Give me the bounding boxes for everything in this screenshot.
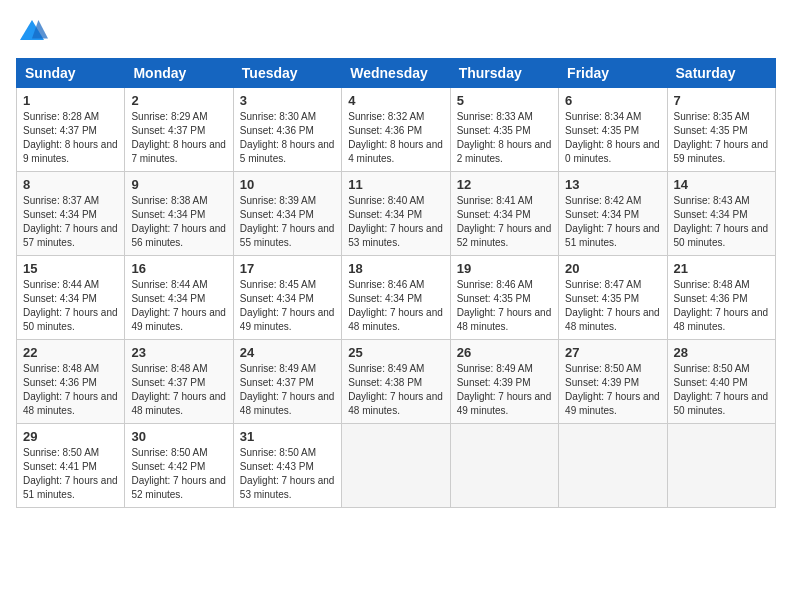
calendar-cell: 28 Sunrise: 8:50 AM Sunset: 4:40 PM Dayl…	[667, 340, 775, 424]
calendar-cell	[450, 424, 558, 508]
calendar-cell: 21 Sunrise: 8:48 AM Sunset: 4:36 PM Dayl…	[667, 256, 775, 340]
calendar-cell: 1 Sunrise: 8:28 AM Sunset: 4:37 PM Dayli…	[17, 88, 125, 172]
logo	[16, 16, 52, 48]
day-info: Sunrise: 8:41 AM Sunset: 4:34 PM Dayligh…	[457, 194, 552, 250]
calendar-cell: 12 Sunrise: 8:41 AM Sunset: 4:34 PM Dayl…	[450, 172, 558, 256]
day-info: Sunrise: 8:35 AM Sunset: 4:35 PM Dayligh…	[674, 110, 769, 166]
day-info: Sunrise: 8:37 AM Sunset: 4:34 PM Dayligh…	[23, 194, 118, 250]
day-info: Sunrise: 8:48 AM Sunset: 4:36 PM Dayligh…	[674, 278, 769, 334]
calendar-cell	[559, 424, 667, 508]
day-info: Sunrise: 8:44 AM Sunset: 4:34 PM Dayligh…	[131, 278, 226, 334]
calendar-cell: 14 Sunrise: 8:43 AM Sunset: 4:34 PM Dayl…	[667, 172, 775, 256]
calendar-cell: 3 Sunrise: 8:30 AM Sunset: 4:36 PM Dayli…	[233, 88, 341, 172]
day-number: 18	[348, 261, 443, 276]
day-info: Sunrise: 8:39 AM Sunset: 4:34 PM Dayligh…	[240, 194, 335, 250]
calendar-cell: 5 Sunrise: 8:33 AM Sunset: 4:35 PM Dayli…	[450, 88, 558, 172]
calendar-cell: 4 Sunrise: 8:32 AM Sunset: 4:36 PM Dayli…	[342, 88, 450, 172]
day-header-sunday: Sunday	[17, 59, 125, 88]
day-info: Sunrise: 8:50 AM Sunset: 4:40 PM Dayligh…	[674, 362, 769, 418]
day-number: 4	[348, 93, 443, 108]
day-info: Sunrise: 8:43 AM Sunset: 4:34 PM Dayligh…	[674, 194, 769, 250]
day-info: Sunrise: 8:50 AM Sunset: 4:39 PM Dayligh…	[565, 362, 660, 418]
calendar-cell: 8 Sunrise: 8:37 AM Sunset: 4:34 PM Dayli…	[17, 172, 125, 256]
calendar-cell: 31 Sunrise: 8:50 AM Sunset: 4:43 PM Dayl…	[233, 424, 341, 508]
day-info: Sunrise: 8:33 AM Sunset: 4:35 PM Dayligh…	[457, 110, 552, 166]
day-number: 15	[23, 261, 118, 276]
day-number: 3	[240, 93, 335, 108]
day-number: 31	[240, 429, 335, 444]
day-info: Sunrise: 8:48 AM Sunset: 4:37 PM Dayligh…	[131, 362, 226, 418]
calendar-cell: 13 Sunrise: 8:42 AM Sunset: 4:34 PM Dayl…	[559, 172, 667, 256]
day-number: 24	[240, 345, 335, 360]
calendar-cell: 10 Sunrise: 8:39 AM Sunset: 4:34 PM Dayl…	[233, 172, 341, 256]
day-number: 5	[457, 93, 552, 108]
calendar-cell: 19 Sunrise: 8:46 AM Sunset: 4:35 PM Dayl…	[450, 256, 558, 340]
day-number: 12	[457, 177, 552, 192]
day-number: 11	[348, 177, 443, 192]
day-header-friday: Friday	[559, 59, 667, 88]
day-info: Sunrise: 8:50 AM Sunset: 4:42 PM Dayligh…	[131, 446, 226, 502]
calendar-cell: 27 Sunrise: 8:50 AM Sunset: 4:39 PM Dayl…	[559, 340, 667, 424]
day-info: Sunrise: 8:49 AM Sunset: 4:39 PM Dayligh…	[457, 362, 552, 418]
day-number: 7	[674, 93, 769, 108]
calendar-cell: 20 Sunrise: 8:47 AM Sunset: 4:35 PM Dayl…	[559, 256, 667, 340]
day-number: 30	[131, 429, 226, 444]
day-header-monday: Monday	[125, 59, 233, 88]
calendar-cell: 17 Sunrise: 8:45 AM Sunset: 4:34 PM Dayl…	[233, 256, 341, 340]
day-number: 6	[565, 93, 660, 108]
calendar-cell: 26 Sunrise: 8:49 AM Sunset: 4:39 PM Dayl…	[450, 340, 558, 424]
day-info: Sunrise: 8:42 AM Sunset: 4:34 PM Dayligh…	[565, 194, 660, 250]
calendar-cell: 2 Sunrise: 8:29 AM Sunset: 4:37 PM Dayli…	[125, 88, 233, 172]
day-info: Sunrise: 8:28 AM Sunset: 4:37 PM Dayligh…	[23, 110, 118, 166]
day-info: Sunrise: 8:49 AM Sunset: 4:38 PM Dayligh…	[348, 362, 443, 418]
day-header-saturday: Saturday	[667, 59, 775, 88]
day-number: 26	[457, 345, 552, 360]
calendar-cell: 29 Sunrise: 8:50 AM Sunset: 4:41 PM Dayl…	[17, 424, 125, 508]
day-number: 28	[674, 345, 769, 360]
calendar-cell: 9 Sunrise: 8:38 AM Sunset: 4:34 PM Dayli…	[125, 172, 233, 256]
day-header-wednesday: Wednesday	[342, 59, 450, 88]
calendar-cell: 6 Sunrise: 8:34 AM Sunset: 4:35 PM Dayli…	[559, 88, 667, 172]
calendar-week-row: 29 Sunrise: 8:50 AM Sunset: 4:41 PM Dayl…	[17, 424, 776, 508]
header	[16, 16, 776, 48]
day-number: 14	[674, 177, 769, 192]
calendar-week-row: 15 Sunrise: 8:44 AM Sunset: 4:34 PM Dayl…	[17, 256, 776, 340]
day-number: 13	[565, 177, 660, 192]
day-number: 23	[131, 345, 226, 360]
day-info: Sunrise: 8:32 AM Sunset: 4:36 PM Dayligh…	[348, 110, 443, 166]
calendar: SundayMondayTuesdayWednesdayThursdayFrid…	[16, 58, 776, 508]
day-info: Sunrise: 8:50 AM Sunset: 4:43 PM Dayligh…	[240, 446, 335, 502]
calendar-cell: 25 Sunrise: 8:49 AM Sunset: 4:38 PM Dayl…	[342, 340, 450, 424]
calendar-cell: 22 Sunrise: 8:48 AM Sunset: 4:36 PM Dayl…	[17, 340, 125, 424]
day-number: 2	[131, 93, 226, 108]
day-info: Sunrise: 8:45 AM Sunset: 4:34 PM Dayligh…	[240, 278, 335, 334]
day-info: Sunrise: 8:50 AM Sunset: 4:41 PM Dayligh…	[23, 446, 118, 502]
day-info: Sunrise: 8:48 AM Sunset: 4:36 PM Dayligh…	[23, 362, 118, 418]
day-header-tuesday: Tuesday	[233, 59, 341, 88]
day-number: 8	[23, 177, 118, 192]
calendar-header-row: SundayMondayTuesdayWednesdayThursdayFrid…	[17, 59, 776, 88]
day-header-thursday: Thursday	[450, 59, 558, 88]
calendar-week-row: 1 Sunrise: 8:28 AM Sunset: 4:37 PM Dayli…	[17, 88, 776, 172]
day-number: 17	[240, 261, 335, 276]
day-info: Sunrise: 8:47 AM Sunset: 4:35 PM Dayligh…	[565, 278, 660, 334]
day-info: Sunrise: 8:49 AM Sunset: 4:37 PM Dayligh…	[240, 362, 335, 418]
calendar-cell: 18 Sunrise: 8:46 AM Sunset: 4:34 PM Dayl…	[342, 256, 450, 340]
day-info: Sunrise: 8:34 AM Sunset: 4:35 PM Dayligh…	[565, 110, 660, 166]
calendar-cell	[667, 424, 775, 508]
day-number: 10	[240, 177, 335, 192]
day-info: Sunrise: 8:44 AM Sunset: 4:34 PM Dayligh…	[23, 278, 118, 334]
day-info: Sunrise: 8:38 AM Sunset: 4:34 PM Dayligh…	[131, 194, 226, 250]
day-info: Sunrise: 8:46 AM Sunset: 4:35 PM Dayligh…	[457, 278, 552, 334]
day-info: Sunrise: 8:40 AM Sunset: 4:34 PM Dayligh…	[348, 194, 443, 250]
day-number: 21	[674, 261, 769, 276]
calendar-cell: 23 Sunrise: 8:48 AM Sunset: 4:37 PM Dayl…	[125, 340, 233, 424]
day-number: 1	[23, 93, 118, 108]
calendar-week-row: 22 Sunrise: 8:48 AM Sunset: 4:36 PM Dayl…	[17, 340, 776, 424]
day-info: Sunrise: 8:30 AM Sunset: 4:36 PM Dayligh…	[240, 110, 335, 166]
calendar-cell: 16 Sunrise: 8:44 AM Sunset: 4:34 PM Dayl…	[125, 256, 233, 340]
day-number: 9	[131, 177, 226, 192]
day-number: 16	[131, 261, 226, 276]
day-info: Sunrise: 8:29 AM Sunset: 4:37 PM Dayligh…	[131, 110, 226, 166]
logo-icon	[16, 16, 48, 48]
